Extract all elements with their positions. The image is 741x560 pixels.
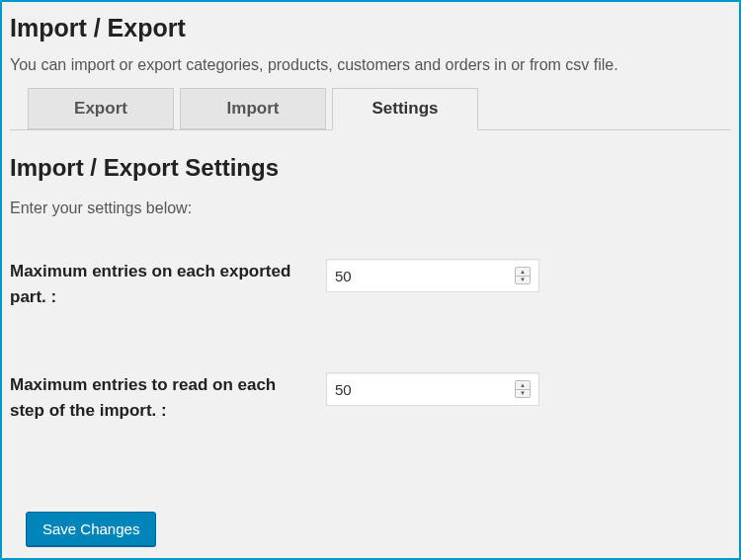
section-title: Import / Export Settings	[10, 154, 731, 182]
max-import-input[interactable]: 50 ▲ ▼	[326, 372, 539, 406]
max-import-value: 50	[335, 381, 515, 398]
max-export-value: 50	[335, 268, 515, 284]
tabs-container: Export Import Settings	[10, 88, 731, 130]
max-export-label: Maximum entries on each exported part. :	[10, 259, 326, 309]
page-title: Import / Export	[10, 14, 731, 42]
tab-settings[interactable]: Settings	[332, 88, 478, 130]
form-row-max-export: Maximum entries on each exported part. :…	[10, 259, 731, 309]
spinner-up-icon[interactable]: ▲	[516, 268, 530, 277]
tab-export[interactable]: Export	[28, 88, 174, 129]
spinner-down-icon[interactable]: ▼	[516, 277, 530, 284]
tab-import[interactable]: Import	[180, 88, 326, 129]
max-import-label: Maximum entries to read on each step of …	[10, 372, 326, 423]
spinner-down-icon[interactable]: ▼	[516, 390, 530, 398]
max-export-spinner: ▲ ▼	[515, 267, 531, 284]
page-description: You can import or export categories, pro…	[10, 56, 731, 74]
max-export-input[interactable]: 50 ▲ ▼	[326, 259, 539, 292]
section-description: Enter your settings below:	[10, 200, 731, 217]
max-import-spinner: ▲ ▼	[515, 380, 531, 398]
spinner-up-icon[interactable]: ▲	[516, 381, 530, 390]
form-row-max-import: Maximum entries to read on each step of …	[10, 372, 731, 423]
save-changes-button[interactable]: Save Changes	[26, 512, 156, 546]
